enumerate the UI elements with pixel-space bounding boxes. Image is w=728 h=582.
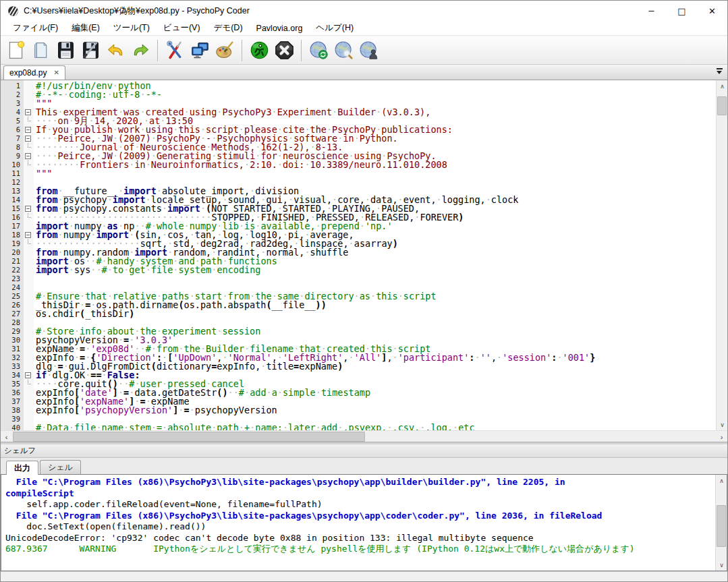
menu-file[interactable]: ファイル(F) — [6, 21, 65, 35]
fold-cell[interactable] — [24, 117, 34, 125]
fold-collapse-icon[interactable]: − — [25, 153, 31, 159]
fold-collapse-icon[interactable]: − — [25, 136, 31, 142]
editor-vertical-scrollbar[interactable]: ∧ ∨ — [716, 80, 727, 430]
scroll-down-icon[interactable]: ∨ — [717, 419, 727, 430]
title-bar[interactable]: C:¥Users¥iiela¥Desktop¥偽物¥exp08d.py - Ps… — [1, 1, 727, 21]
code-text[interactable]: os.chdir(_thisDir) — [34, 310, 134, 318]
pavlovia-sync-button[interactable] — [308, 40, 329, 61]
code-text[interactable]: """ — [34, 169, 52, 178]
stop-script-button[interactable] — [273, 40, 295, 61]
code-text[interactable]: import·sys··#·to·get·file·system·encodin… — [34, 266, 260, 274]
fold-collapse-icon[interactable]: − — [25, 206, 31, 212]
fold-cell[interactable]: − — [24, 204, 34, 213]
line-number: 11 — [1, 169, 24, 178]
fold-collapse-icon[interactable]: − — [25, 109, 31, 115]
menu-view[interactable]: ビュー(V) — [157, 21, 207, 35]
line-number: 14 — [1, 196, 24, 204]
fold-cell[interactable]: − — [24, 108, 34, 117]
redo-button[interactable] — [130, 40, 151, 61]
menu-edit[interactable]: 編集(E) — [65, 21, 107, 35]
open-file-button[interactable] — [30, 40, 51, 61]
code-text[interactable] — [34, 274, 36, 283]
monitor-center-button[interactable] — [189, 40, 211, 61]
fold-cell[interactable] — [24, 161, 34, 169]
output-scroll-thumb[interactable] — [717, 505, 726, 547]
fold-end-icon — [28, 213, 31, 218]
code-line: 40#·Data·file·name·stem·=·absolute·path·… — [1, 424, 716, 430]
menu-pavlovia[interactable]: Pavlovia.org — [250, 22, 310, 34]
tab-overflow-icon[interactable] — [716, 68, 723, 75]
line-number: 32 — [1, 353, 24, 362]
run-script-button[interactable] — [248, 40, 270, 61]
code-text[interactable]: #·Data·file·name·stem·=·absolute·path·+·… — [34, 424, 475, 430]
scroll-right-icon[interactable]: › — [716, 431, 727, 442]
scroll-left-icon[interactable]: ‹ — [1, 431, 12, 442]
undo-button[interactable] — [105, 40, 126, 61]
pavlovia-user-button[interactable] — [358, 40, 379, 61]
output-vertical-scrollbar[interactable]: ∧ ∨ — [715, 475, 727, 571]
save-as-button[interactable] — [80, 40, 101, 61]
code-line: 38expInfo['psychopyVersion']·=·psychopyV… — [1, 406, 716, 415]
line-number: 12 — [1, 178, 24, 187]
maximize-button[interactable]: □ — [667, 1, 697, 21]
tools-icon — [165, 40, 185, 60]
fold-cell[interactable] — [24, 380, 34, 388]
line-number: 10 — [1, 161, 24, 169]
code-text[interactable]: expInfo['psychopyVersion']·=·psychopyVer… — [34, 406, 277, 415]
tab-output[interactable]: 出力 — [6, 461, 38, 475]
pavlovia-search-button[interactable] — [333, 40, 354, 61]
scroll-up-icon[interactable]: ∧ — [716, 475, 727, 486]
fold-cell[interactable] — [24, 143, 34, 152]
fold-cell[interactable] — [24, 239, 34, 248]
code-line: 11""" — [1, 169, 716, 178]
code-lines[interactable]: 1#!/usr/bin/env·python2#·-*-·coding:·utf… — [1, 82, 716, 430]
editor-horizontal-scrollbar[interactable]: ‹ › — [1, 430, 727, 442]
menu-tools[interactable]: ツール(T) — [107, 21, 157, 35]
scroll-down-icon[interactable]: ∨ — [716, 559, 727, 571]
minimize-button[interactable]: ─ — [636, 1, 667, 21]
tab-shell[interactable]: シェル — [40, 460, 81, 474]
menu-help[interactable]: ヘルプ(H) — [309, 21, 360, 35]
scroll-up-icon[interactable]: ∧ — [717, 80, 727, 92]
tab-shell-label: シェル — [48, 462, 73, 473]
fold-end-icon — [28, 161, 31, 165]
code-text[interactable]: ········Frontiers·in·Neuroinformatics,·2… — [34, 161, 447, 169]
fold-collapse-icon[interactable]: − — [25, 232, 31, 238]
tab-output-label: 出力 — [14, 463, 30, 474]
fold-cell[interactable]: − — [24, 134, 34, 143]
line-number: 21 — [1, 257, 24, 266]
fold-cell[interactable]: − — [24, 152, 34, 161]
fold-cell[interactable]: − — [24, 371, 34, 380]
editor-hscroll-thumb[interactable] — [13, 432, 365, 442]
line-number: 39 — [1, 415, 24, 424]
editor-scroll-thumb[interactable] — [717, 96, 727, 115]
new-file-button[interactable] — [5, 40, 26, 61]
fold-cell[interactable] — [24, 213, 34, 222]
close-button[interactable]: ✕ — [697, 1, 727, 21]
menu-bar: ファイル(F) 編集(E) ツール(T) ビュー(V) デモ(D) Pavlov… — [1, 21, 727, 36]
save-button[interactable] — [55, 40, 76, 61]
line-number: 18 — [1, 231, 24, 239]
output-lines[interactable]: File "C:\Program Files (x86)\PsychoPy3\l… — [1, 477, 715, 571]
output-line: File "C:\Program Files (x86)\PsychoPy3\l… — [5, 477, 715, 488]
preferences-button[interactable] — [164, 40, 186, 61]
line-number: 19 — [1, 239, 24, 248]
code-editor[interactable]: 1#!/usr/bin/env·python2#·-*-·coding:·utf… — [1, 80, 727, 430]
tab-close-icon[interactable]: ✕ — [53, 69, 59, 76]
undo-icon — [106, 40, 125, 60]
line-number: 22 — [1, 266, 24, 274]
fold-cell[interactable]: − — [24, 231, 34, 239]
code-text[interactable]: #·-*-·coding:·utf-8·-*- — [34, 90, 162, 99]
fold-collapse-icon[interactable]: − — [25, 372, 31, 378]
fold-end-icon — [28, 117, 31, 121]
output-panel[interactable]: File "C:\Program Files (x86)\PsychoPy3\l… — [1, 475, 727, 571]
color-picker-button[interactable] — [214, 40, 235, 61]
line-number: 37 — [1, 397, 24, 406]
fold-cell[interactable]: − — [24, 125, 34, 134]
line-number: 23 — [1, 274, 24, 283]
fold-collapse-icon[interactable]: − — [25, 127, 31, 133]
tab-exp08d[interactable]: exp08d.py ✕ — [3, 65, 65, 80]
fold-cell — [24, 178, 34, 187]
open-file-icon — [31, 40, 51, 60]
menu-demos[interactable]: デモ(D) — [207, 21, 250, 35]
